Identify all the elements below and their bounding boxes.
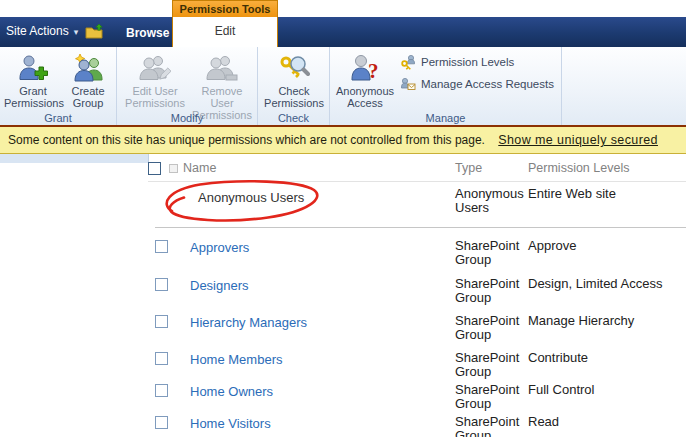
table-row-home-members: Home Members SharePoint Group Contribute bbox=[0, 350, 686, 384]
tab-edit[interactable]: Edit bbox=[172, 17, 278, 47]
manage-access-requests-label: Manage Access Requests bbox=[421, 78, 554, 90]
group-link[interactable]: Approvers bbox=[190, 240, 249, 255]
row-permission-levels: Manage Hierarchy bbox=[528, 314, 686, 328]
top-navigation-bar: Site Actions▾ Browse Edit bbox=[0, 17, 686, 47]
header-sort-icon bbox=[169, 164, 178, 173]
group-link[interactable]: Home Owners bbox=[190, 384, 273, 399]
chevron-down-icon: ▾ bbox=[74, 27, 79, 37]
show-uniquely-secured-link[interactable]: Show me uniquely secured bbox=[498, 133, 658, 147]
table-row-hierarchy-managers: Hierarchy Managers SharePoint Group Mana… bbox=[0, 313, 686, 347]
row-checkbox[interactable] bbox=[155, 240, 168, 253]
row-checkbox[interactable] bbox=[155, 278, 168, 291]
contextual-tab-group-permission-tools[interactable]: Permission Tools bbox=[172, 0, 278, 17]
remove-user-permissions-icon bbox=[206, 52, 238, 84]
ribbon-group-modify: Edit User Permissions Remove User Permis… bbox=[117, 47, 258, 125]
row-permission-levels: Design, Limited Access bbox=[528, 277, 686, 291]
table-row-anonymous-users: Anonymous Users Anonymous Users Entire W… bbox=[0, 186, 686, 220]
check-permissions-button[interactable]: Check Permissions bbox=[260, 50, 328, 109]
row-type: SharePoint Group bbox=[455, 277, 527, 304]
anonymous-access-icon: ? bbox=[349, 52, 381, 84]
row-checkbox[interactable] bbox=[155, 315, 168, 328]
table-row-home-owners: Home Owners SharePoint Group Full Contro… bbox=[0, 382, 686, 416]
ribbon-group-label-grant: Grant bbox=[0, 112, 116, 124]
anonymous-access-label: Anonymous Access bbox=[334, 85, 396, 109]
quick-launch-top-strip bbox=[0, 154, 149, 163]
row-permission-levels: Contribute bbox=[528, 351, 686, 365]
ribbon-group-manage: ? Anonymous Access Permission Levels bbox=[330, 47, 562, 125]
grant-permissions-icon bbox=[17, 52, 49, 84]
group-link[interactable]: Home Members bbox=[190, 352, 282, 367]
check-permissions-icon bbox=[278, 52, 310, 84]
row-permission-levels: Entire Web site bbox=[528, 187, 686, 201]
edit-user-permissions-button[interactable]: Edit User Permissions bbox=[123, 50, 187, 109]
grant-permissions-button[interactable]: Grant Permissions bbox=[4, 50, 62, 109]
row-type: Anonymous Users bbox=[455, 187, 527, 214]
status-bar: Some content on this site has unique per… bbox=[0, 127, 686, 154]
create-group-icon bbox=[72, 52, 104, 84]
svg-text:?: ? bbox=[368, 59, 379, 83]
edit-user-permissions-icon bbox=[139, 52, 171, 84]
ribbon-group-label-check: Check bbox=[258, 112, 329, 124]
ribbon-group-label-modify: Modify bbox=[117, 112, 257, 124]
row-type: SharePoint Group bbox=[455, 351, 527, 378]
column-header-name[interactable]: Name bbox=[183, 161, 216, 175]
ribbon-group-check: Check Permissions Check bbox=[258, 47, 330, 125]
ribbon: Grant Permissions Create Group Grant bbox=[0, 47, 686, 125]
row-permission-levels: Full Control bbox=[528, 383, 686, 397]
site-actions-label: Site Actions bbox=[6, 24, 69, 38]
edit-user-permissions-label: Edit User Permissions bbox=[123, 85, 187, 109]
row-type: SharePoint Group bbox=[455, 383, 527, 410]
table-row-approvers: Approvers SharePoint Group Approve bbox=[0, 238, 686, 272]
site-actions-menu[interactable]: Site Actions▾ bbox=[6, 24, 78, 38]
navigate-up-icon[interactable] bbox=[85, 23, 105, 39]
ribbon-group-label-manage: Manage bbox=[330, 112, 561, 124]
row-permission-levels: Approve bbox=[528, 239, 686, 253]
row-type: SharePoint Group bbox=[455, 239, 527, 266]
table-row-home-visitors: Home Visitors SharePoint Group Read bbox=[0, 414, 686, 437]
group-link[interactable]: Hierarchy Managers bbox=[190, 315, 307, 330]
group-link[interactable]: Designers bbox=[190, 278, 249, 293]
create-group-button[interactable]: Create Group bbox=[62, 50, 114, 109]
row-separator bbox=[155, 227, 686, 228]
row-name-text[interactable]: Anonymous Users bbox=[198, 190, 304, 205]
anonymous-access-button[interactable]: ? Anonymous Access bbox=[334, 50, 396, 109]
permission-levels-button[interactable]: Permission Levels bbox=[400, 54, 514, 70]
select-all-checkbox[interactable] bbox=[148, 162, 161, 175]
row-checkbox[interactable] bbox=[155, 416, 168, 429]
row-type: SharePoint Group bbox=[455, 314, 527, 341]
permission-levels-label: Permission Levels bbox=[421, 56, 514, 68]
ribbon-group-grant: Grant Permissions Create Group Grant bbox=[0, 47, 117, 125]
table-row-designers: Designers SharePoint Group Design, Limit… bbox=[0, 276, 686, 310]
create-group-label: Create Group bbox=[62, 85, 114, 109]
header-divider bbox=[148, 181, 686, 182]
column-header-permission-levels[interactable]: Permission Levels bbox=[528, 161, 629, 175]
manage-access-requests-icon bbox=[400, 76, 416, 92]
title-strip bbox=[0, 0, 686, 16]
manage-access-requests-button[interactable]: Manage Access Requests bbox=[400, 76, 554, 92]
group-link[interactable]: Home Visitors bbox=[190, 416, 271, 431]
tab-browse[interactable]: Browse bbox=[118, 24, 177, 42]
row-permission-levels: Read bbox=[528, 415, 686, 429]
check-permissions-label: Check Permissions bbox=[260, 85, 328, 109]
row-checkbox[interactable] bbox=[155, 384, 168, 397]
sharepoint-permissions-page: Permission Tools Site Actions▾ Browse Ed… bbox=[0, 0, 686, 437]
remove-user-permissions-button[interactable]: Remove User Permissions bbox=[189, 50, 255, 121]
row-checkbox[interactable] bbox=[155, 352, 168, 365]
row-type: SharePoint Group bbox=[455, 415, 527, 437]
column-header-type[interactable]: Type bbox=[455, 161, 482, 175]
status-message: Some content on this site has unique per… bbox=[8, 133, 485, 147]
grant-permissions-label: Grant Permissions bbox=[4, 85, 62, 109]
permission-levels-icon bbox=[400, 54, 416, 70]
